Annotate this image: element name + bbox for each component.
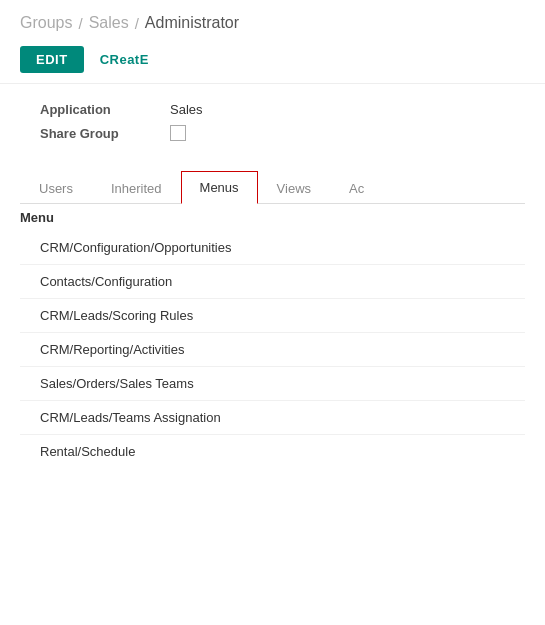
breadcrumb: Groups / Sales / Administrator: [0, 0, 545, 40]
breadcrumb-groups[interactable]: Groups: [20, 14, 72, 32]
menu-item[interactable]: Contacts/Configuration: [20, 265, 525, 299]
tab-ac[interactable]: Ac: [330, 172, 383, 204]
tab-inherited[interactable]: Inherited: [92, 172, 181, 204]
menu-item[interactable]: CRM/Reporting/Activities: [20, 333, 525, 367]
application-row: Application Sales: [40, 102, 505, 117]
breadcrumb-administrator: Administrator: [145, 14, 239, 32]
application-value: Sales: [170, 102, 203, 117]
menu-item[interactable]: CRM/Leads/Scoring Rules: [20, 299, 525, 333]
menu-item[interactable]: Sales/Orders/Sales Teams: [20, 367, 525, 401]
create-button[interactable]: CReatE: [100, 46, 149, 73]
menu-item[interactable]: CRM/Configuration/Opportunities: [20, 231, 525, 265]
tabs-container: Users Inherited Menus Views Ac: [20, 171, 525, 204]
breadcrumb-sep-1: /: [78, 15, 82, 32]
share-group-label: Share Group: [40, 126, 150, 141]
action-bar: EDIT CReatE: [0, 40, 545, 84]
menu-item[interactable]: Rental/Schedule: [20, 435, 525, 468]
menu-list: CRM/Configuration/Opportunities Contacts…: [20, 231, 525, 468]
tabs-row: Users Inherited Menus Views Ac: [20, 171, 525, 203]
edit-button[interactable]: EDIT: [20, 46, 84, 73]
table-column-header: Menu: [0, 204, 545, 231]
application-label: Application: [40, 102, 150, 117]
tab-users[interactable]: Users: [20, 172, 92, 204]
menu-item[interactable]: CRM/Leads/Teams Assignation: [20, 401, 525, 435]
tab-menus[interactable]: Menus: [181, 171, 258, 204]
share-group-row: Share Group: [40, 125, 505, 141]
share-group-checkbox[interactable]: [170, 125, 186, 141]
breadcrumb-sales[interactable]: Sales: [89, 14, 129, 32]
form-section: Application Sales Share Group: [0, 84, 545, 159]
breadcrumb-sep-2: /: [135, 15, 139, 32]
tab-views[interactable]: Views: [258, 172, 330, 204]
